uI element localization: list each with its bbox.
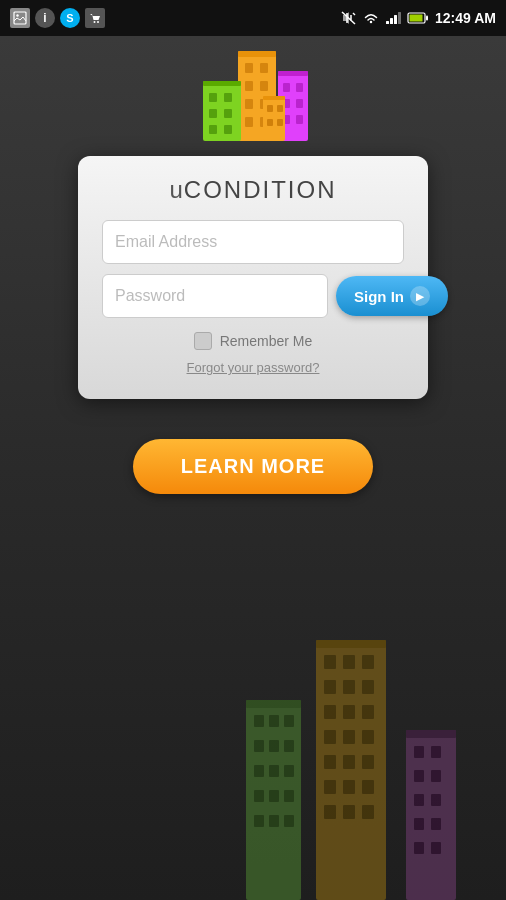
svg-rect-27 <box>269 815 279 827</box>
svg-rect-88 <box>209 125 217 134</box>
battery-icon <box>407 11 429 25</box>
svg-rect-42 <box>362 730 374 744</box>
svg-rect-65 <box>238 51 276 57</box>
svg-rect-32 <box>343 655 355 669</box>
svg-rect-57 <box>431 770 441 782</box>
signin-button[interactable]: Sign In ▶ <box>336 276 448 316</box>
svg-rect-11 <box>426 16 428 21</box>
svg-rect-37 <box>324 705 336 719</box>
svg-rect-53 <box>406 730 456 738</box>
svg-rect-48 <box>362 780 374 794</box>
logo-buildings <box>163 41 343 161</box>
svg-rect-13 <box>246 700 301 708</box>
svg-rect-79 <box>296 99 303 108</box>
svg-rect-14 <box>254 715 264 727</box>
mute-icon <box>341 11 357 25</box>
status-bar: i S <box>0 0 506 36</box>
remember-me-row: Remember Me <box>102 332 404 350</box>
svg-rect-61 <box>431 818 441 830</box>
svg-rect-46 <box>324 780 336 794</box>
svg-rect-60 <box>414 818 424 830</box>
svg-rect-26 <box>254 815 264 827</box>
svg-rect-35 <box>343 680 355 694</box>
svg-rect-56 <box>414 770 424 782</box>
svg-rect-90 <box>263 96 285 141</box>
svg-rect-7 <box>394 15 397 24</box>
svg-rect-25 <box>284 790 294 802</box>
svg-rect-59 <box>431 794 441 806</box>
password-input[interactable] <box>102 274 328 318</box>
svg-rect-6 <box>390 18 393 24</box>
password-row: Sign In ▶ <box>102 274 404 318</box>
svg-rect-5 <box>386 21 389 24</box>
svg-rect-77 <box>296 83 303 92</box>
svg-rect-58 <box>414 794 424 806</box>
svg-point-1 <box>16 14 18 16</box>
svg-rect-29 <box>316 640 386 900</box>
svg-rect-20 <box>254 765 264 777</box>
svg-rect-43 <box>324 755 336 769</box>
svg-rect-82 <box>203 81 241 141</box>
svg-rect-75 <box>278 71 308 76</box>
svg-rect-30 <box>316 640 386 648</box>
svg-rect-22 <box>284 765 294 777</box>
main-content: uCONDITION Sign In ▶ Remember Me Forgot … <box>0 36 506 900</box>
svg-rect-8 <box>398 12 401 24</box>
svg-rect-36 <box>362 680 374 694</box>
learn-more-button[interactable]: LEARN MORE <box>133 439 373 494</box>
svg-rect-66 <box>245 63 253 73</box>
svg-rect-91 <box>263 96 285 100</box>
info-icon: i <box>35 8 55 28</box>
svg-line-4 <box>353 13 355 15</box>
svg-rect-95 <box>277 119 283 126</box>
signal-icon <box>385 11 401 25</box>
background-buildings <box>236 580 506 900</box>
svg-rect-62 <box>414 842 424 854</box>
svg-rect-63 <box>431 842 441 854</box>
svg-rect-83 <box>203 81 241 86</box>
svg-rect-93 <box>277 105 283 112</box>
svg-rect-19 <box>284 740 294 752</box>
title-u: u <box>169 176 183 203</box>
forgot-password-link[interactable]: Forgot your password? <box>102 360 404 375</box>
svg-rect-47 <box>343 780 355 794</box>
svg-rect-92 <box>267 105 273 112</box>
svg-rect-50 <box>343 805 355 819</box>
svg-rect-24 <box>269 790 279 802</box>
svg-rect-39 <box>362 705 374 719</box>
shopping-icon <box>85 8 105 28</box>
svg-rect-38 <box>343 705 355 719</box>
svg-rect-94 <box>267 119 273 126</box>
svg-rect-84 <box>209 93 217 102</box>
email-input[interactable] <box>102 220 404 264</box>
svg-rect-40 <box>324 730 336 744</box>
svg-rect-69 <box>260 81 268 91</box>
svg-rect-70 <box>245 99 253 109</box>
status-left-icons: i S <box>10 8 105 28</box>
svg-rect-45 <box>362 755 374 769</box>
svg-rect-76 <box>283 83 290 92</box>
svg-rect-34 <box>324 680 336 694</box>
svg-rect-51 <box>362 805 374 819</box>
svg-rect-41 <box>343 730 355 744</box>
remember-me-checkbox[interactable] <box>194 332 212 350</box>
svg-rect-17 <box>254 740 264 752</box>
svg-rect-72 <box>245 117 253 127</box>
svg-rect-33 <box>362 655 374 669</box>
clock: 12:49 AM <box>435 10 496 26</box>
svg-rect-85 <box>224 93 232 102</box>
svg-point-2 <box>94 21 96 23</box>
status-right-icons: 12:49 AM <box>341 10 496 26</box>
svg-rect-23 <box>254 790 264 802</box>
svg-rect-16 <box>284 715 294 727</box>
signin-label: Sign In <box>354 288 404 305</box>
image-icon <box>10 8 30 28</box>
wifi-icon <box>363 11 379 25</box>
title-condition: CONDITION <box>184 176 337 203</box>
svg-rect-44 <box>343 755 355 769</box>
svg-rect-49 <box>324 805 336 819</box>
svg-rect-31 <box>324 655 336 669</box>
svg-point-3 <box>97 21 99 23</box>
svg-rect-54 <box>414 746 424 758</box>
skype-icon: S <box>60 8 80 28</box>
